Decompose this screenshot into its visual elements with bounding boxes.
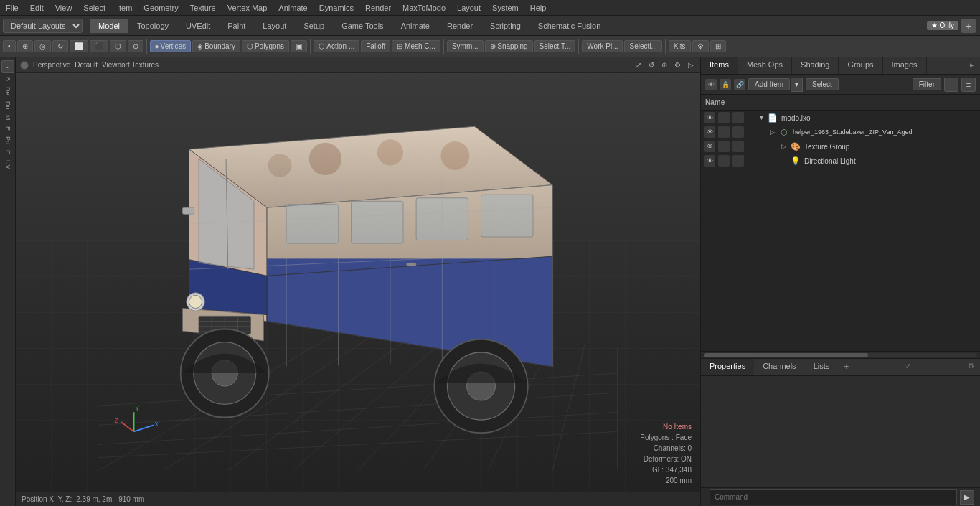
sidebar-label-uv[interactable]: UV xyxy=(3,158,13,172)
eye2-light[interactable] xyxy=(718,155,730,167)
prop-tab-properties[interactable]: Properties xyxy=(701,359,754,375)
boundary-button[interactable]: ◈ Boundary xyxy=(192,40,240,52)
menu-maxtomodo[interactable]: MaxToModo xyxy=(397,2,451,14)
eye2-modo-lxo[interactable] xyxy=(718,112,730,123)
prop-tab-lists[interactable]: Lists xyxy=(805,359,839,375)
circle-btn[interactable]: ◎ xyxy=(34,40,51,52)
menu-geometry[interactable]: Geometry xyxy=(138,2,184,14)
vp-fit-btn[interactable]: ⤢ xyxy=(633,60,644,70)
tab-schematic-fusion[interactable]: Schematic Fusion xyxy=(529,19,609,33)
menu-edit[interactable]: Edit xyxy=(24,2,50,14)
tab-uvedit[interactable]: UVEdit xyxy=(177,19,219,33)
prop-tab-channels[interactable]: Channels xyxy=(754,359,804,375)
tab-render[interactable]: Render xyxy=(438,19,481,33)
add-item-button[interactable]: Add Item xyxy=(748,78,790,90)
settings-items-btn[interactable]: ≡ xyxy=(961,78,976,92)
menu-render[interactable]: Render xyxy=(359,2,397,14)
add-layout-button[interactable]: + xyxy=(961,19,976,33)
arrow-studebaker[interactable]: ▷ xyxy=(770,128,778,136)
menu-dynamics[interactable]: Dynamics xyxy=(314,2,359,14)
falloff-button[interactable]: Falloff xyxy=(361,40,390,52)
menu-help[interactable]: Help xyxy=(524,2,552,14)
eye2-studebaker[interactable] xyxy=(718,126,730,138)
scroll-track[interactable] xyxy=(704,353,977,357)
menu-texture[interactable]: Texture xyxy=(184,2,222,14)
tab-scripting[interactable]: Scripting xyxy=(481,19,529,33)
eye-studebaker[interactable]: 👁 xyxy=(704,126,715,138)
sidebar-label-po[interactable]: Po xyxy=(3,134,13,146)
prop-tab-plus[interactable]: + xyxy=(838,359,854,375)
command-submit-btn[interactable]: ▶ xyxy=(960,490,974,505)
sidebar-label-de[interactable]: De xyxy=(3,85,13,98)
viewport-perspective-label[interactable]: Perspective xyxy=(33,61,70,69)
eye3-studebaker[interactable] xyxy=(732,126,744,138)
work-pl-button[interactable]: Work Pl... xyxy=(582,40,623,52)
viewport-layout-label[interactable]: Default xyxy=(75,61,98,69)
lock-col-btn[interactable]: 🔒 xyxy=(720,79,731,90)
hex-btn[interactable]: ⬡ xyxy=(110,40,126,52)
kits-button[interactable]: Kits xyxy=(669,40,691,52)
tab-game-tools[interactable]: Game Tools xyxy=(333,19,392,33)
menu-vertex-map[interactable]: Vertex Map xyxy=(222,2,273,14)
eye-modo-lxo[interactable]: 👁 xyxy=(704,112,715,123)
panel-tab-more[interactable]: ▸ xyxy=(964,57,980,74)
add-item-dropdown[interactable]: ▾ xyxy=(791,78,803,92)
snapping-button[interactable]: ⊕ Snapping xyxy=(485,40,533,52)
eye3-modo-lxo[interactable] xyxy=(732,112,744,123)
tab-model[interactable]: Model xyxy=(90,19,128,33)
sidebar-label-du[interactable]: Du xyxy=(3,99,13,112)
eye3-light[interactable] xyxy=(732,155,744,167)
selecti-button[interactable]: Selecti... xyxy=(624,40,661,52)
eye2-texture[interactable] xyxy=(718,141,730,152)
sidebar-tool-1[interactable]: • xyxy=(1,60,14,73)
tree-item-studebaker[interactable]: 👁 ▷ ⬡ helper_1963_Studebaker_ZIP_Van_Age… xyxy=(701,125,980,139)
layout-btn[interactable]: ⊞ xyxy=(710,40,726,52)
vertices-button[interactable]: ● Vertices xyxy=(150,40,192,52)
action-button[interactable]: ⬡ Action ... xyxy=(314,40,359,52)
menu-file[interactable]: File xyxy=(0,2,24,14)
arrow-texture[interactable]: ▷ xyxy=(781,143,790,150)
panel-tab-shading[interactable]: Shading xyxy=(792,57,839,74)
mesh-btn[interactable]: ▣ xyxy=(291,40,307,52)
tree-item-modo-lxo[interactable]: 👁 ▼ 📄 modo.lxo xyxy=(701,111,980,125)
dot-btn[interactable]: • xyxy=(3,40,16,52)
menu-layout[interactable]: Layout xyxy=(451,2,486,14)
menu-view[interactable]: View xyxy=(50,2,78,14)
tab-layout[interactable]: Layout xyxy=(254,19,295,33)
viewport-texture-label[interactable]: Viewport Textures xyxy=(102,61,159,69)
grid-btn[interactable]: ⊕ xyxy=(17,40,33,52)
menu-system[interactable]: System xyxy=(486,2,524,14)
vp-rotate-btn[interactable]: ↺ xyxy=(646,60,656,70)
panel-tab-mesh-ops[interactable]: Mesh Ops xyxy=(738,57,792,74)
eye3-texture[interactable] xyxy=(732,141,744,152)
sidebar-label-e[interactable]: E xyxy=(3,124,13,133)
viewport-canvas[interactable]: X Y Z No Items Polygons : Face Channels:… xyxy=(16,73,700,492)
settings-btn[interactable]: ⚙ xyxy=(692,40,709,52)
prop-expand-btn[interactable]: ⤢ xyxy=(900,359,917,375)
filter-button[interactable]: Filter xyxy=(913,78,941,90)
tab-topology[interactable]: Topology xyxy=(128,19,177,33)
eye-texture[interactable]: 👁 xyxy=(704,141,715,152)
sidebar-label-m[interactable]: M xyxy=(3,113,13,123)
tab-setup[interactable]: Setup xyxy=(295,19,333,33)
sidebar-label-b[interactable]: B xyxy=(3,75,13,83)
vp-settings-btn[interactable]: ⚙ xyxy=(672,60,683,70)
menu-select[interactable]: Select xyxy=(77,2,111,14)
panel-tab-images[interactable]: Images xyxy=(883,57,927,74)
layout-dropdown[interactable]: Default Layouts xyxy=(3,19,83,33)
rotate-btn[interactable]: ↻ xyxy=(52,40,68,52)
target-btn[interactable]: ⊙ xyxy=(128,40,143,52)
polygons-button[interactable]: ⬡ Polygons xyxy=(242,40,289,52)
select-button[interactable]: Select xyxy=(806,78,839,90)
menu-animate[interactable]: Animate xyxy=(273,2,313,14)
eye-light[interactable]: 👁 xyxy=(704,155,715,167)
menu-item[interactable]: Item xyxy=(111,2,138,14)
tab-animate[interactable]: Animate xyxy=(392,19,438,33)
tree-item-texture-group[interactable]: 👁 ▷ 🎨 Texture Group xyxy=(701,139,980,154)
sq2-btn[interactable]: ⬛ xyxy=(90,40,108,52)
panel-tab-groups[interactable]: Groups xyxy=(839,57,882,74)
vp-expand-btn[interactable]: ▷ xyxy=(686,60,696,70)
tree-item-directional-light[interactable]: 👁 💡 Directional Light xyxy=(701,154,980,168)
arrow-modo-lxo[interactable]: ▼ xyxy=(758,114,767,121)
sidebar-label-c[interactable]: C xyxy=(3,148,13,157)
